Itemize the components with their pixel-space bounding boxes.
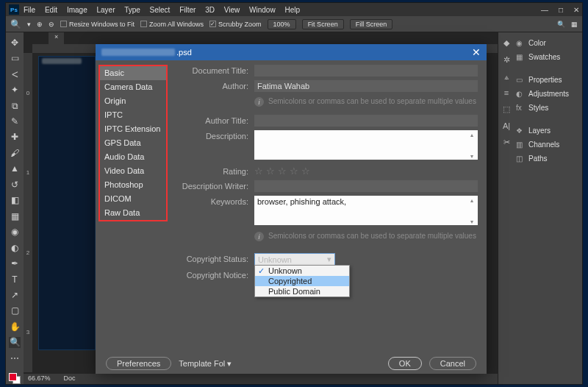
- close-icon[interactable]: ✕: [573, 6, 579, 14]
- panel-icon[interactable]: ⬚: [503, 104, 510, 114]
- input-author[interactable]: [254, 80, 478, 92]
- eraser-tool[interactable]: ◧: [9, 195, 21, 206]
- menu-help[interactable]: Help: [284, 6, 300, 14]
- dialog-titlebar[interactable]: .psd ✕: [96, 44, 487, 60]
- cat-basic[interactable]: Basic: [100, 66, 166, 80]
- marquee-tool[interactable]: ▭: [9, 52, 21, 63]
- more-tools[interactable]: ⋯: [9, 352, 21, 363]
- lasso-tool[interactable]: ⵦ: [9, 68, 21, 79]
- resize-windows-checkbox[interactable]: [60, 21, 67, 27]
- hand-tool[interactable]: ✋: [9, 321, 21, 332]
- input-author-title[interactable]: [254, 115, 478, 127]
- scrubby-zoom-checkbox[interactable]: ✓: [209, 21, 216, 27]
- maximize-icon[interactable]: □: [559, 6, 563, 14]
- dialog-close-icon[interactable]: ✕: [472, 46, 481, 58]
- dd-option-public-domain[interactable]: Public Domain: [255, 286, 349, 297]
- heal-tool[interactable]: ✚: [9, 132, 21, 143]
- input-doc-title[interactable]: [254, 65, 478, 77]
- cat-audio-data[interactable]: Audio Data: [100, 150, 166, 164]
- cat-photoshop[interactable]: Photoshop: [100, 178, 166, 192]
- menu-3d[interactable]: 3D: [205, 6, 215, 14]
- cat-dicom[interactable]: DICOM: [100, 192, 166, 206]
- menu-edit[interactable]: Edit: [45, 6, 57, 14]
- panel-channels[interactable]: ▥Channels: [514, 140, 582, 149]
- crop-tool[interactable]: ⧉: [9, 100, 21, 111]
- wand-tool[interactable]: ✦: [9, 84, 21, 95]
- zoom-100-button[interactable]: 100%: [268, 19, 296, 29]
- menu-window[interactable]: Window: [249, 6, 276, 14]
- panel-icon[interactable]: ⟁: [504, 72, 509, 81]
- panel-properties[interactable]: ▭Properties: [514, 75, 582, 85]
- stamp-tool[interactable]: ▲: [9, 163, 21, 174]
- color-swatch[interactable]: [9, 373, 21, 384]
- shape-tool[interactable]: ▢: [9, 305, 21, 316]
- fit-screen-button[interactable]: Fit Screen: [302, 19, 344, 29]
- star-icon[interactable]: ☆: [266, 166, 275, 177]
- panel-styles[interactable]: fxStyles: [514, 103, 582, 113]
- cancel-button[interactable]: Cancel: [429, 357, 476, 370]
- doc-info[interactable]: Doc: [64, 374, 76, 383]
- star-icon[interactable]: ☆: [301, 166, 310, 177]
- cat-origin[interactable]: Origin: [100, 94, 166, 108]
- panel-icon[interactable]: A|: [503, 121, 510, 130]
- panel-icon[interactable]: ≡: [504, 88, 509, 97]
- panel-icon[interactable]: ✲: [503, 55, 510, 65]
- history-brush-tool[interactable]: ↺: [9, 179, 21, 190]
- input-desc-writer[interactable]: [254, 180, 478, 192]
- panel-swatches[interactable]: ▦Swatches: [514, 52, 582, 62]
- panel-adjustments[interactable]: ◐Adjustments: [514, 89, 582, 99]
- search-icon[interactable]: 🔍: [557, 21, 565, 28]
- textarea-keywords[interactable]: [254, 196, 478, 225]
- minimize-icon[interactable]: —: [541, 6, 548, 14]
- menu-image[interactable]: Image: [67, 6, 87, 14]
- blur-tool[interactable]: ◉: [9, 226, 21, 237]
- pen-tool[interactable]: ✒: [9, 258, 21, 269]
- zoom-all-checkbox[interactable]: [140, 21, 147, 27]
- dd-option-copyrighted[interactable]: Copyrighted: [255, 276, 349, 286]
- path-tool[interactable]: ↗: [9, 289, 21, 300]
- cat-gps-data[interactable]: GPS Data: [100, 136, 166, 150]
- star-icon[interactable]: ☆: [290, 166, 298, 177]
- eyedropper-tool[interactable]: ✎: [9, 116, 21, 127]
- cat-raw-data[interactable]: Raw Data: [100, 206, 166, 220]
- preferences-button[interactable]: Preferences: [106, 357, 171, 370]
- ok-button[interactable]: OK: [388, 357, 422, 370]
- template-folder-button[interactable]: Template Fol▾: [179, 359, 232, 369]
- dodge-tool[interactable]: ◐: [9, 242, 21, 253]
- menu-select[interactable]: Select: [150, 6, 171, 14]
- panel-icon[interactable]: ◆: [503, 38, 509, 48]
- panel-color[interactable]: ◉Color: [514, 38, 582, 48]
- menu-file[interactable]: File: [24, 6, 35, 14]
- cat-camera-data[interactable]: Camera Data: [100, 80, 166, 94]
- star-icon[interactable]: ☆: [278, 166, 287, 177]
- brush-tool[interactable]: 🖌: [9, 147, 21, 158]
- zoom-level[interactable]: 66.67%: [28, 374, 51, 383]
- panel-layers[interactable]: ❖Layers: [514, 126, 582, 135]
- dd-option-unknown[interactable]: Unknown: [255, 266, 349, 276]
- panel-icon[interactable]: ✂: [503, 138, 510, 147]
- textarea-description[interactable]: [254, 130, 478, 160]
- fill-screen-button[interactable]: Fill Screen: [350, 19, 393, 29]
- cat-iptc[interactable]: IPTC: [100, 108, 166, 122]
- canvas[interactable]: [38, 56, 96, 350]
- document-tab[interactable]: ×: [49, 32, 64, 44]
- menu-type[interactable]: Type: [124, 6, 140, 14]
- zoom-tool[interactable]: 🔍: [9, 337, 21, 348]
- menu-view[interactable]: View: [224, 6, 240, 14]
- type-tool[interactable]: T: [9, 274, 21, 285]
- rating-stars[interactable]: ☆☆☆☆☆: [254, 166, 478, 177]
- menu-layer[interactable]: Layer: [97, 6, 115, 14]
- zoom-out-icon[interactable]: ⊖: [49, 21, 54, 28]
- star-icon[interactable]: ☆: [254, 166, 263, 177]
- menu-filter[interactable]: Filter: [179, 6, 196, 14]
- zoom-in-icon[interactable]: ⊕: [37, 21, 43, 28]
- chevron-down-icon[interactable]: ▾: [27, 21, 31, 28]
- panel-paths[interactable]: ◫Paths: [514, 154, 582, 163]
- select-copyright-status[interactable]: Unknown▾: [254, 253, 335, 266]
- workspace-icon[interactable]: ▦: [571, 21, 578, 28]
- cat-video-data[interactable]: Video Data: [100, 164, 166, 178]
- gradient-tool[interactable]: ▦: [9, 210, 21, 221]
- zoom-tool-icon[interactable]: 🔍: [10, 19, 21, 29]
- move-tool[interactable]: ✥: [9, 37, 21, 48]
- cat-iptc-extension[interactable]: IPTC Extension: [100, 122, 166, 136]
